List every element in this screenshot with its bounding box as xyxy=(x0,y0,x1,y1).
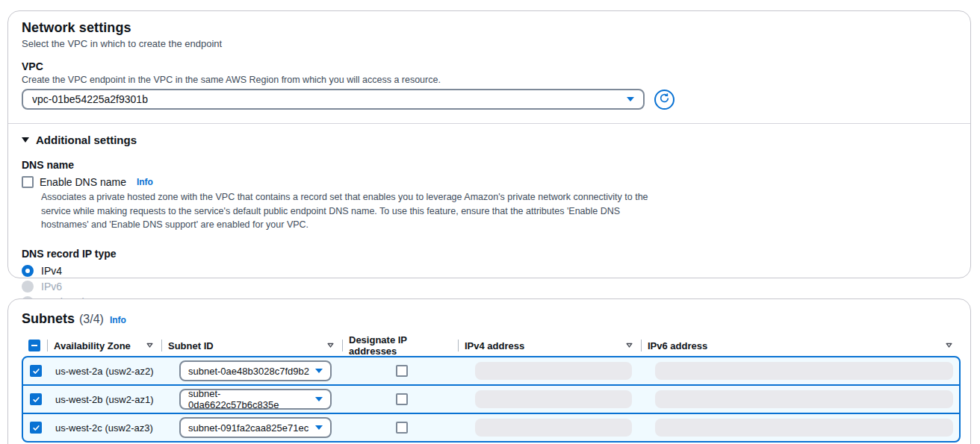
column-header-subnet-id[interactable]: Subnet ID xyxy=(161,334,342,357)
row-checkbox[interactable] xyxy=(30,393,42,405)
table-row: us-west-2a (usw2-az2) subnet-0ae48b3028c… xyxy=(22,356,961,386)
radio-option-ipv6: IPv6 xyxy=(22,281,957,293)
row-checkbox[interactable] xyxy=(30,422,42,434)
check-icon xyxy=(32,395,40,404)
designate-ip-checkbox[interactable] xyxy=(396,422,408,434)
caret-down-icon xyxy=(22,137,29,143)
panel-subtitle: Select the VPC in which to create the en… xyxy=(22,38,957,49)
designate-ip-checkbox[interactable] xyxy=(396,365,408,377)
column-header-availability-zone[interactable]: Availability Zone xyxy=(47,334,161,357)
designate-ip-checkbox[interactable] xyxy=(396,393,408,405)
check-icon xyxy=(32,424,40,432)
chevron-down-icon xyxy=(315,369,323,373)
dns-name-info-link[interactable]: Info xyxy=(137,177,153,187)
radio-disabled xyxy=(22,281,34,293)
additional-settings-label: Additional settings xyxy=(36,134,137,146)
dns-record-ip-type-label: DNS record IP type xyxy=(22,248,957,260)
vpc-select[interactable]: vpc-01be54225a2f9301b xyxy=(22,89,645,110)
ipv6-address-field-disabled xyxy=(655,390,953,408)
refresh-button[interactable] xyxy=(654,90,674,110)
ipv4-address-field-disabled xyxy=(475,362,632,380)
column-header-designate-ip: Designate IP addresses xyxy=(342,334,458,357)
column-header-ipv4[interactable]: IPv4 address xyxy=(458,334,641,357)
subnet-id-value: subnet-091fa2caa825e71ec xyxy=(188,422,308,434)
vpc-select-value: vpc-01be54225a2f9301b xyxy=(32,93,148,105)
additional-settings-expander[interactable]: Additional settings xyxy=(22,134,957,146)
table-row: us-west-2c (usw2-az3) subnet-091fa2caa82… xyxy=(22,413,961,443)
network-settings-panel: Network settings Select the VPC in which… xyxy=(7,10,971,278)
table-header: Availability Zone Subnet ID Designate IP… xyxy=(22,334,970,354)
refresh-icon xyxy=(659,93,670,107)
vpc-label: VPC xyxy=(22,60,957,72)
column-header-ipv6[interactable]: IPv6 address xyxy=(641,334,961,357)
ipv4-address-field-disabled xyxy=(475,419,632,437)
subnet-id-select[interactable]: subnet-091fa2caa825e71ec xyxy=(179,417,332,438)
enable-dns-name-checkbox[interactable] xyxy=(22,176,34,188)
subnets-info-link[interactable]: Info xyxy=(110,315,126,325)
section-divider xyxy=(8,123,970,124)
radio-selected[interactable] xyxy=(22,265,34,277)
subnet-id-value: subnet-0da6622c57b6c835e xyxy=(188,388,309,410)
check-icon xyxy=(32,367,40,375)
sort-icon[interactable] xyxy=(945,340,953,351)
subnets-title: Subnets xyxy=(22,311,75,327)
dns-name-label: DNS name xyxy=(22,159,957,171)
sort-icon[interactable] xyxy=(146,340,154,351)
chevron-down-icon xyxy=(627,97,634,101)
availability-zone-cell: us-west-2a (usw2-az2) xyxy=(49,366,163,377)
chevron-down-icon xyxy=(315,425,323,430)
table-row: us-west-2b (usw2-az1) subnet-0da6622c57b… xyxy=(22,384,961,414)
radio-option-ipv4: IPv4 xyxy=(22,266,957,277)
subnet-id-select[interactable]: subnet-0da6622c57b6c835e xyxy=(179,389,332,410)
subnets-panel: Subnets (3/4) Info Availability Zone Sub… xyxy=(7,298,971,444)
availability-zone-cell: us-west-2c (usw2-az3) xyxy=(49,422,163,434)
ipv6-address-field-disabled xyxy=(655,419,953,437)
sort-icon[interactable] xyxy=(326,340,335,351)
sort-icon[interactable] xyxy=(625,340,633,351)
chevron-down-icon xyxy=(315,397,323,401)
page-title: Network settings xyxy=(22,20,957,36)
subnets-count: (3/4) xyxy=(79,313,104,326)
ipv6-address-field-disabled xyxy=(655,362,953,380)
availability-zone-cell: us-west-2b (usw2-az1) xyxy=(49,394,163,405)
dns-name-description: Associates a private hosted zone with th… xyxy=(41,190,649,232)
select-all-checkbox[interactable] xyxy=(28,340,40,351)
vpc-description: Create the VPC endpoint in the VPC in th… xyxy=(22,75,957,85)
row-checkbox[interactable] xyxy=(30,365,42,377)
subnet-rows: us-west-2a (usw2-az2) subnet-0ae48b3028c… xyxy=(22,356,961,443)
subnet-id-value: subnet-0ae48b3028c7fd9b2 xyxy=(188,366,309,377)
indeterminate-mark xyxy=(31,345,37,346)
enable-dns-name-label: Enable DNS name xyxy=(40,176,126,188)
ipv4-address-field-disabled xyxy=(475,390,632,408)
subnet-id-select[interactable]: subnet-0ae48b3028c7fd9b2 xyxy=(179,360,332,381)
